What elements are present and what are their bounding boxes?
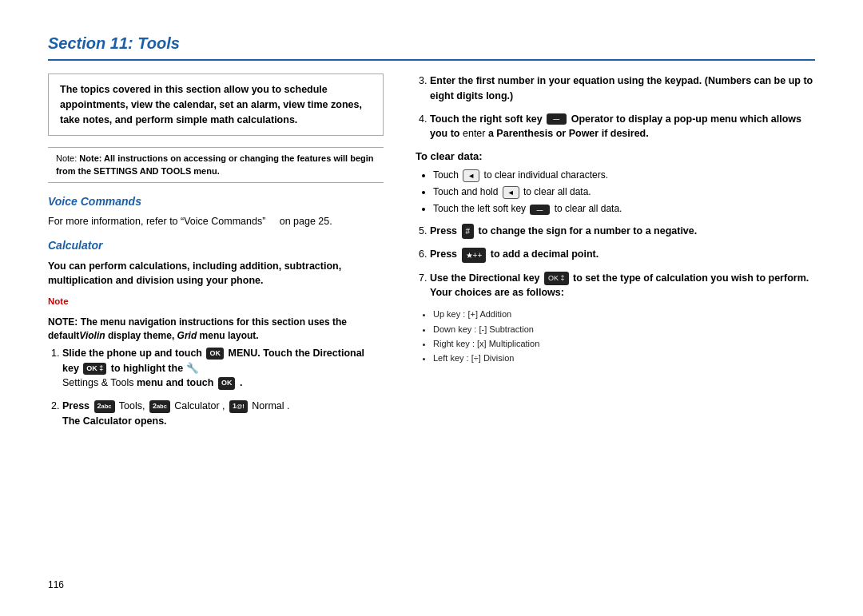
clear-item-3: Touch the left soft key — to clear all d… — [433, 202, 815, 216]
right-softkey-icon: — — [547, 113, 567, 125]
ok-icon-1: OK — [206, 348, 224, 360]
step-1: Slide the phone up and touch OK MENU. To… — [62, 346, 384, 391]
dir-left: Left key : [÷] Division — [433, 352, 815, 364]
dir-key-icon: OK ‡ — [544, 272, 569, 286]
pound-key-icon: # — [462, 224, 475, 239]
key-1at: 1@! — [229, 400, 248, 413]
clear-icon-1: ◄ — [463, 169, 479, 183]
step-6: Press ★++ to add a decimal point. — [430, 247, 815, 262]
to-clear-header: To clear data: — [416, 149, 815, 164]
section-title: Section 11: Tools — [48, 32, 815, 61]
dir-right: Right key : [x] Multiplication — [433, 338, 815, 350]
dir-down: Down key : [-] Subtraction — [433, 324, 815, 336]
step-4: Touch the right soft key — Operator to d… — [430, 112, 815, 142]
page: Section 11: Tools The topics covered in … — [0, 0, 863, 616]
right-steps-more: Press # to change the sign for a number … — [416, 224, 815, 300]
settings-icon: 🔧 — [186, 363, 199, 374]
intro-box: The topics covered in this section allow… — [48, 74, 384, 136]
step-5: Press # to change the sign for a number … — [430, 224, 815, 239]
calculator-heading: Calculator — [48, 238, 384, 254]
note-text: Note: All instructions on accessing or c… — [56, 153, 374, 175]
left-softkey-icon: — — [530, 205, 550, 215]
left-column: The topics covered in this section allow… — [48, 74, 384, 562]
to-clear-list: Touch ◄ to clear individual characters. … — [416, 169, 815, 216]
voice-commands-heading: Voice Commands — [48, 194, 384, 210]
star-key-icon: ★++ — [462, 248, 487, 263]
clear-item-1: Touch ◄ to clear individual characters. — [433, 169, 815, 182]
dir-up: Up key : [+] Addition — [433, 308, 815, 320]
right-steps: Enter the first number in your equation … — [416, 74, 815, 141]
dir-icon-1: OK ‡ — [83, 363, 106, 376]
calculator-steps: Slide the phone up and touch OK MENU. To… — [48, 346, 384, 429]
page-number: 116 — [48, 578, 815, 592]
right-column: Enter the first number in your equation … — [416, 74, 815, 562]
key-2abc-2: 2abc — [149, 400, 170, 413]
note-label: Note: — [56, 153, 79, 163]
voice-ref: For more information, refer to “Voice Co… — [48, 215, 384, 229]
clear-item-2: Touch and hold ◄ to clear all data. — [433, 185, 815, 199]
calculator-description: You can perform calculations, including … — [48, 259, 384, 289]
note-inline-label: Note — [48, 296, 69, 306]
note-box: Note: Note: All instructions on accessin… — [48, 147, 384, 183]
direction-keys-list: Up key : [+] Addition Down key : [-] Sub… — [416, 308, 815, 365]
key-2abc-1: 2abc — [94, 400, 115, 413]
note-inline: Note — [48, 295, 384, 308]
clear-icon-2: ◄ — [503, 186, 519, 200]
step-7: Use the Directional key OK ‡ to set the … — [430, 271, 815, 301]
note-header: NOTE: The menu navigation instructions f… — [48, 316, 384, 343]
ok-icon-2: OK — [218, 377, 236, 390]
step-2: Press 2abc Tools, 2abc Calculator , 1@! … — [62, 399, 384, 429]
two-column-layout: The topics covered in this section allow… — [48, 74, 815, 562]
step-3: Enter the first number in your equation … — [430, 74, 815, 104]
